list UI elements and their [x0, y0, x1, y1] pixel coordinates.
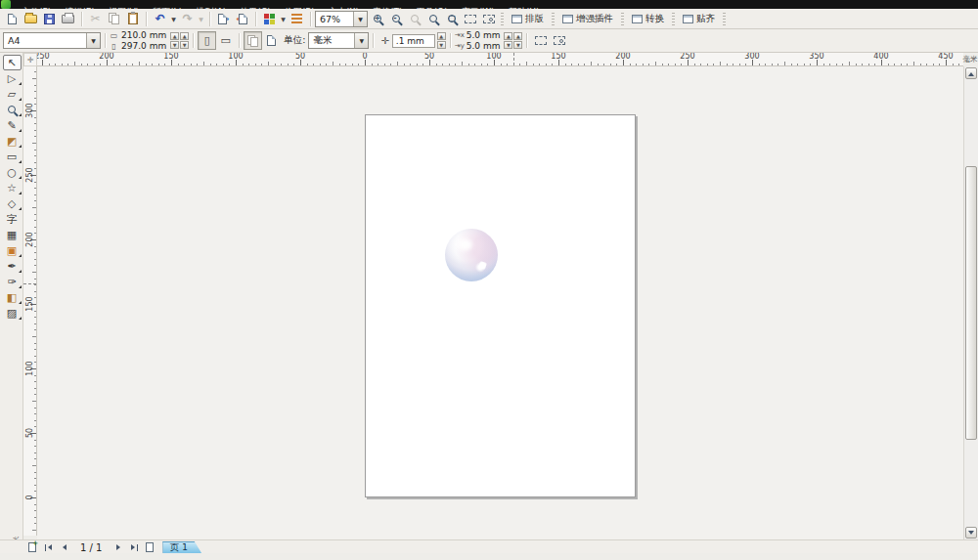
spinner-down[interactable]: ▼ [437, 41, 446, 49]
plugin-button[interactable]: 增强插件 [557, 10, 618, 27]
nudge-field[interactable]: .1 mm [392, 34, 435, 48]
treat-as-filled-button[interactable] [531, 31, 550, 50]
portrait-button[interactable]: ▯ [198, 31, 216, 50]
duplicate-y-value[interactable]: 5.0 mm [467, 41, 501, 51]
eyedropper-tool[interactable]: ✒ [3, 258, 22, 274]
copy-button[interactable] [105, 10, 123, 27]
portrait-icon: ▯ [204, 34, 210, 47]
export-button[interactable]: ← [233, 10, 251, 27]
open-button[interactable] [22, 10, 40, 27]
add-page-after-button[interactable] [143, 541, 156, 553]
spinner-down[interactable]: ▼ [513, 41, 522, 49]
first-page-button[interactable] [41, 541, 55, 553]
zoom-in-button[interactable]: + [368, 10, 386, 27]
smart-fill-tool-icon: ◩ [7, 135, 17, 148]
welcome-screen-button[interactable] [288, 10, 306, 27]
zoom-page-button[interactable]: □ [442, 10, 461, 27]
zoom-selected-button[interactable] [423, 10, 442, 27]
polygon-tool[interactable]: ☆ [3, 180, 22, 195]
cut-button[interactable]: ✂ [86, 10, 105, 27]
toolbar-grip [672, 13, 675, 25]
ruler-label: 0 [26, 490, 34, 505]
paper-preset-combo[interactable]: A4 ▼ [3, 32, 101, 49]
spinner-up[interactable]: ▲ [513, 32, 522, 40]
zoom-height-button[interactable] [479, 10, 498, 27]
table-tool[interactable]: ▦ [3, 227, 22, 242]
redo-dropdown[interactable]: ▼ [197, 16, 205, 22]
spinner-up[interactable]: ▲ [170, 32, 179, 40]
redo-button[interactable]: ↷ [178, 10, 197, 27]
drawing-canvas[interactable] [37, 66, 963, 539]
outline-pen-tool[interactable]: ✑ [3, 274, 22, 289]
current-page-button[interactable] [262, 31, 281, 50]
page-tab[interactable]: 页 1 [162, 541, 201, 554]
duplicate-x-value[interactable]: 5.0 mm [467, 30, 501, 40]
application-launcher-dropdown[interactable]: ▼ [279, 16, 288, 22]
zoom-width-button[interactable] [461, 10, 479, 27]
fill-tool[interactable]: ◧ [3, 289, 22, 305]
vertical-scrollbar-thumb[interactable] [965, 166, 977, 440]
zoom-tool[interactable] [3, 102, 22, 117]
add-page-button[interactable] [25, 541, 39, 553]
plugin-toolbar: 排版增强插件转换贴齐 [507, 10, 729, 27]
document-page[interactable] [365, 114, 636, 497]
previous-page-button[interactable] [57, 541, 70, 553]
all-pages-button[interactable] [244, 31, 262, 50]
spinner-down[interactable]: ▼ [180, 41, 189, 49]
snap-options-button[interactable] [550, 31, 568, 50]
landscape-button[interactable]: ▭ [216, 31, 235, 50]
text-tool[interactable]: 字 [3, 211, 22, 227]
spinner-up[interactable]: ▲ [504, 32, 512, 40]
zoom-level-combo[interactable]: 67% ▼ [315, 11, 368, 27]
zoom-out-button[interactable]: - [386, 10, 405, 27]
paper-width-value[interactable]: 210.0 mm [121, 30, 166, 40]
rectangle-tool[interactable]: ▭ [3, 149, 22, 164]
table-tool-icon: ▦ [7, 229, 17, 241]
undo-dropdown[interactable]: ▼ [169, 16, 178, 22]
spinner-down[interactable]: ▼ [504, 41, 512, 49]
crop-tool[interactable]: ▱ [3, 86, 22, 102]
last-page-bar [137, 544, 138, 551]
print-button[interactable] [59, 10, 77, 27]
save-button[interactable] [40, 10, 59, 27]
new-button[interactable] [3, 10, 22, 27]
plugin-button[interactable]: 转换 [627, 10, 669, 27]
blend-tool[interactable]: ▣ [3, 242, 22, 258]
paper-height-icon: ▯ [110, 42, 118, 51]
spinner-down[interactable]: ▼ [170, 41, 179, 49]
plugin-window-icon [683, 15, 693, 23]
freehand-tool[interactable]: ✎ [3, 117, 22, 133]
ruler-label: 250 [26, 167, 34, 183]
scroll-up-button[interactable] [965, 67, 977, 79]
paper-preset-arrow[interactable]: ▼ [86, 33, 100, 48]
undo-button[interactable]: ↶ [151, 10, 169, 27]
horizontal-ruler[interactable]: 2502001501005005010015020025030035040045… [37, 53, 963, 66]
paper-height-value[interactable]: 297.0 mm [121, 41, 166, 51]
units-combo[interactable]: 毫米 ▼ [308, 32, 369, 49]
units-combo-arrow[interactable]: ▼ [354, 33, 368, 48]
spinner-up[interactable]: ▲ [180, 32, 189, 40]
interactive-fill-tool[interactable]: ▨ [3, 305, 22, 321]
plugin-button[interactable]: 贴齐 [678, 10, 720, 27]
vertical-ruler[interactable]: 300250200150100500 [23, 66, 37, 536]
separator [209, 12, 210, 26]
vertical-scrollbar[interactable] [963, 66, 978, 539]
basic-shapes-tool[interactable]: ◇ [3, 195, 22, 211]
pick-tool[interactable]: ↖ [3, 55, 22, 70]
zoom-actual-icon [411, 15, 419, 22]
import-button[interactable]: → [214, 10, 233, 27]
ruler-origin-corner[interactable]: ✛ [23, 53, 37, 66]
ellipse-tool[interactable]: ○ [3, 164, 22, 180]
paste-button[interactable] [123, 10, 142, 27]
pearl-sphere-object[interactable] [445, 229, 498, 281]
scroll-down-button[interactable] [965, 527, 977, 538]
last-page-button[interactable] [127, 541, 141, 553]
zoom-combo-arrow[interactable]: ▼ [353, 12, 367, 26]
next-page-button[interactable] [111, 541, 125, 553]
plugin-button[interactable]: 排版 [507, 10, 549, 27]
spinner-up[interactable]: ▲ [437, 32, 446, 40]
zoom-actual-button[interactable] [405, 10, 423, 27]
shape-tool[interactable]: ▷ [3, 70, 22, 86]
application-launcher-button[interactable] [260, 10, 279, 27]
smart-fill-tool[interactable]: ◩ [3, 133, 22, 149]
